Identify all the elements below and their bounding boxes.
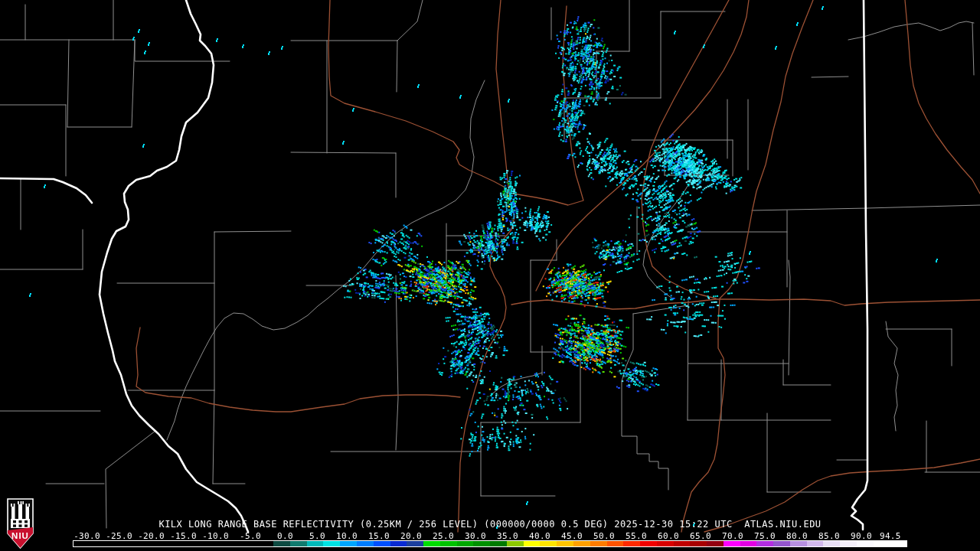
colorbar-cell <box>807 541 824 546</box>
colorbar-cell <box>290 541 307 546</box>
colorbar-cell <box>190 541 207 546</box>
colorbar-cell <box>623 541 640 546</box>
colorbar-cell <box>657 541 674 546</box>
colorbar-cell <box>823 541 840 546</box>
colorbar-cell <box>273 541 290 546</box>
colorbar-cell <box>874 541 890 546</box>
colorbar-cell <box>540 541 557 546</box>
niu-logo: NIU <box>6 497 34 549</box>
colorbar-cell <box>123 541 140 546</box>
colorbar-cell <box>490 541 507 546</box>
colorbar-cell <box>157 541 174 546</box>
colorbar-cell <box>840 541 857 546</box>
radar-viewport: KILX LONG RANGE BASE REFLECTIVITY (0.25K… <box>0 0 980 551</box>
colorbar-cell <box>473 541 490 546</box>
colorbar-cell <box>224 541 240 546</box>
colorbar-cell <box>74 541 90 546</box>
colorbar-cell <box>557 541 573 546</box>
colorbar-cell <box>407 541 423 546</box>
colorbar-cell <box>374 541 390 546</box>
colorbar-cell <box>590 541 607 546</box>
colorbar-cell <box>240 541 257 546</box>
niu-logo-text: NIU <box>11 531 29 540</box>
colorbar-cell <box>674 541 691 546</box>
colorbar-cell <box>107 541 124 546</box>
colorbar-cell <box>357 541 374 546</box>
colorbar-cell <box>307 541 324 546</box>
colorbar-cell <box>573 541 590 546</box>
colorbar-cell <box>756 541 773 546</box>
colorbar-cell <box>340 541 357 546</box>
colorbar-cell <box>724 541 740 546</box>
colorbar-cell <box>773 541 790 546</box>
colorbar-cell <box>457 541 474 546</box>
colorbar-cell <box>323 541 340 546</box>
colorbar-cell <box>857 541 874 546</box>
radar-map-canvas <box>0 0 980 551</box>
colorbar-cell <box>507 541 524 546</box>
product-title: KILX LONG RANGE BASE REFLECTIVITY (0.25K… <box>0 519 980 530</box>
colorbar-cell <box>707 541 724 546</box>
colorbar-cell <box>423 541 440 546</box>
colorbar-cell <box>740 541 757 546</box>
colorbar-cell <box>140 541 157 546</box>
colorbar-cell <box>440 541 457 546</box>
colorbar-cell <box>640 541 657 546</box>
colorbar-cell <box>90 541 107 546</box>
colorbar-cell <box>256 541 273 546</box>
colorbar-cell <box>890 541 907 546</box>
colorbar-cell <box>390 541 407 546</box>
reflectivity-colorbar <box>73 540 907 547</box>
colorbar-cell <box>524 541 541 546</box>
colorbar-cell <box>607 541 624 546</box>
castle-icon <box>11 501 30 528</box>
colorbar-cell <box>690 541 707 546</box>
colorbar-cell <box>790 541 807 546</box>
colorbar-cell <box>174 541 191 546</box>
colorbar-cell <box>207 541 224 546</box>
